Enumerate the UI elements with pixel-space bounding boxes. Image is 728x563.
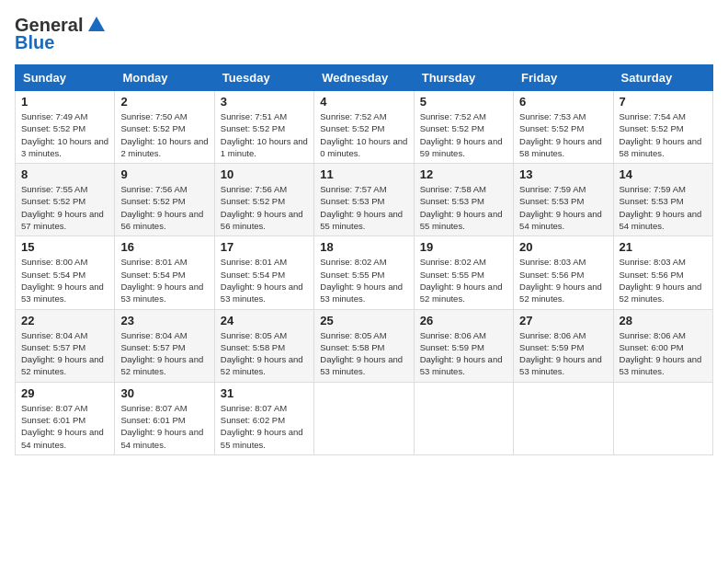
day-number: 9 [120,167,208,181]
day-info: Sunrise: 8:07 AMSunset: 6:01 PMDaylight:… [120,402,208,451]
day-info: Sunrise: 7:54 AMSunset: 5:52 PMDaylight:… [620,110,707,159]
header-wednesday: Wednesday [314,65,414,91]
calendar-cell: 26Sunrise: 8:06 AMSunset: 5:59 PMDayligh… [414,309,513,382]
day-number: 31 [221,386,308,400]
calendar-week-3: 15Sunrise: 8:00 AMSunset: 5:54 PMDayligh… [16,236,713,309]
day-number: 8 [21,167,108,181]
day-number: 1 [21,95,108,109]
day-number: 29 [21,386,108,400]
calendar-cell: 16Sunrise: 8:01 AMSunset: 5:54 PMDayligh… [115,236,214,309]
day-info: Sunrise: 8:04 AMSunset: 5:57 PMDaylight:… [21,329,108,378]
day-info: Sunrise: 7:56 AMSunset: 5:52 PMDaylight:… [221,183,308,232]
day-info: Sunrise: 8:07 AMSunset: 6:01 PMDaylight:… [21,402,108,451]
logo: General Blue [15,15,107,53]
calendar-cell: 8Sunrise: 7:55 AMSunset: 5:52 PMDaylight… [16,164,115,236]
day-info: Sunrise: 8:01 AMSunset: 5:54 PMDaylight:… [221,256,308,304]
day-info: Sunrise: 7:52 AMSunset: 5:52 PMDaylight:… [420,110,507,159]
day-info: Sunrise: 7:50 AMSunset: 5:52 PMDaylight:… [120,110,208,159]
day-info: Sunrise: 8:07 AMSunset: 6:02 PMDaylight:… [221,402,308,451]
calendar-cell: 24Sunrise: 8:05 AMSunset: 5:58 PMDayligh… [214,309,313,382]
day-number: 12 [420,167,507,181]
day-number: 11 [320,167,407,181]
calendar-cell: 12Sunrise: 7:58 AMSunset: 5:53 PMDayligh… [414,164,513,236]
header-sunday: Sunday [16,65,115,91]
calendar-cell: 29Sunrise: 8:07 AMSunset: 6:01 PMDayligh… [16,382,115,454]
calendar-cell [314,382,414,454]
calendar-cell: 15Sunrise: 8:00 AMSunset: 5:54 PMDayligh… [16,236,115,309]
calendar-header-row: SundayMondayTuesdayWednesdayThursdayFrid… [16,65,713,91]
day-info: Sunrise: 7:52 AMSunset: 5:52 PMDaylight:… [320,110,407,159]
day-info: Sunrise: 7:53 AMSunset: 5:52 PMDaylight:… [519,110,607,159]
calendar-cell: 13Sunrise: 7:59 AMSunset: 5:53 PMDayligh… [514,164,613,236]
day-info: Sunrise: 7:55 AMSunset: 5:52 PMDaylight:… [21,183,108,232]
day-info: Sunrise: 8:03 AMSunset: 5:56 PMDaylight:… [620,256,707,304]
calendar-cell: 19Sunrise: 8:02 AMSunset: 5:55 PMDayligh… [414,236,513,309]
header-tuesday: Tuesday [214,65,313,91]
day-info: Sunrise: 7:58 AMSunset: 5:53 PMDaylight:… [420,183,507,232]
day-number: 15 [21,240,108,254]
day-number: 14 [620,167,707,181]
day-info: Sunrise: 8:01 AMSunset: 5:54 PMDaylight:… [120,256,208,304]
day-number: 17 [221,240,308,254]
calendar-week-1: 1Sunrise: 7:49 AMSunset: 5:52 PMDaylight… [16,91,713,164]
calendar-cell: 7Sunrise: 7:54 AMSunset: 5:52 PMDaylight… [613,91,712,164]
calendar-week-4: 22Sunrise: 8:04 AMSunset: 5:57 PMDayligh… [16,309,713,382]
calendar-cell: 11Sunrise: 7:57 AMSunset: 5:53 PMDayligh… [314,164,414,236]
svg-marker-0 [88,17,105,31]
day-number: 13 [519,167,607,181]
day-number: 26 [420,314,507,327]
day-number: 18 [320,240,407,254]
day-info: Sunrise: 8:00 AMSunset: 5:54 PMDaylight:… [21,256,108,304]
day-info: Sunrise: 7:49 AMSunset: 5:52 PMDaylight:… [21,110,108,159]
day-info: Sunrise: 7:59 AMSunset: 5:53 PMDaylight:… [519,183,607,232]
header-friday: Friday [514,65,613,91]
calendar-cell: 3Sunrise: 7:51 AMSunset: 5:52 PMDaylight… [214,91,313,164]
day-info: Sunrise: 8:05 AMSunset: 5:58 PMDaylight:… [221,329,308,378]
day-info: Sunrise: 8:06 AMSunset: 5:59 PMDaylight:… [519,329,607,378]
header-thursday: Thursday [414,65,513,91]
day-info: Sunrise: 7:57 AMSunset: 5:53 PMDaylight:… [320,183,407,232]
day-info: Sunrise: 8:03 AMSunset: 5:56 PMDaylight:… [519,256,607,304]
day-number: 5 [420,95,507,109]
page-header: General Blue [15,15,713,53]
day-number: 21 [620,240,707,254]
day-number: 30 [120,386,208,400]
calendar-table: SundayMondayTuesdayWednesdayThursdayFrid… [15,64,713,455]
calendar-week-5: 29Sunrise: 8:07 AMSunset: 6:01 PMDayligh… [16,382,713,454]
calendar-cell: 20Sunrise: 8:03 AMSunset: 5:56 PMDayligh… [514,236,613,309]
day-number: 24 [221,314,308,327]
calendar-cell: 1Sunrise: 7:49 AMSunset: 5:52 PMDaylight… [16,91,115,164]
calendar-cell: 23Sunrise: 8:04 AMSunset: 5:57 PMDayligh… [115,309,214,382]
day-info: Sunrise: 8:02 AMSunset: 5:55 PMDaylight:… [320,256,407,304]
calendar-cell [613,382,712,454]
day-number: 3 [221,95,308,109]
day-number: 6 [519,95,607,109]
day-number: 20 [519,240,607,254]
header-monday: Monday [115,65,214,91]
calendar-cell: 5Sunrise: 7:52 AMSunset: 5:52 PMDaylight… [414,91,513,164]
day-info: Sunrise: 7:59 AMSunset: 5:53 PMDaylight:… [620,183,707,232]
day-info: Sunrise: 8:06 AMSunset: 6:00 PMDaylight:… [620,329,707,378]
calendar-cell: 21Sunrise: 8:03 AMSunset: 5:56 PMDayligh… [613,236,712,309]
calendar-cell: 27Sunrise: 8:06 AMSunset: 5:59 PMDayligh… [514,309,613,382]
calendar-cell: 28Sunrise: 8:06 AMSunset: 6:00 PMDayligh… [613,309,712,382]
calendar-cell: 4Sunrise: 7:52 AMSunset: 5:52 PMDaylight… [314,91,414,164]
day-number: 4 [320,95,407,109]
day-info: Sunrise: 8:06 AMSunset: 5:59 PMDaylight:… [420,329,507,378]
calendar-cell: 31Sunrise: 8:07 AMSunset: 6:02 PMDayligh… [214,382,313,454]
calendar-week-2: 8Sunrise: 7:55 AMSunset: 5:52 PMDaylight… [16,164,713,236]
day-number: 22 [21,314,108,327]
day-info: Sunrise: 8:04 AMSunset: 5:57 PMDaylight:… [120,329,208,378]
day-number: 28 [620,314,707,327]
day-info: Sunrise: 7:56 AMSunset: 5:52 PMDaylight:… [120,183,208,232]
calendar-cell: 30Sunrise: 8:07 AMSunset: 6:01 PMDayligh… [115,382,214,454]
day-number: 16 [120,240,208,254]
calendar-cell: 17Sunrise: 8:01 AMSunset: 5:54 PMDayligh… [214,236,313,309]
day-number: 23 [120,314,208,327]
calendar-cell: 14Sunrise: 7:59 AMSunset: 5:53 PMDayligh… [613,164,712,236]
day-info: Sunrise: 8:05 AMSunset: 5:58 PMDaylight:… [320,329,407,378]
day-number: 7 [620,95,707,109]
calendar-cell [414,382,513,454]
day-info: Sunrise: 7:51 AMSunset: 5:52 PMDaylight:… [221,110,308,159]
day-info: Sunrise: 8:02 AMSunset: 5:55 PMDaylight:… [420,256,507,304]
